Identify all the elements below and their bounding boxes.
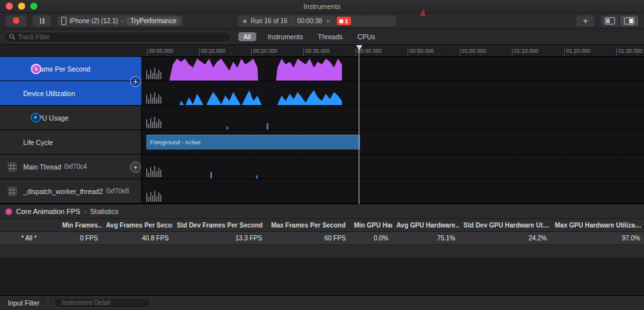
minimize-button[interactable] [18,3,25,10]
track-label: _dispatch_worker_thread2 [23,188,103,195]
filter-bar: All Instruments Threads CPUs [0,29,644,45]
column-header[interactable]: Std Dev GPU Hardware Ut… [459,219,551,231]
track-filter-field[interactable] [4,32,231,43]
column-header[interactable]: Max Frames Per Second [266,219,350,231]
track-lane-life-cycle[interactable]: Foreground - Active [142,130,644,154]
zoom-button[interactable] [30,3,37,10]
track-lane-dispatch-worker[interactable] [142,179,644,203]
device-target-selector[interactable]: iPhone (2) (12.1) › TryPerformance [57,15,184,27]
thread-grid-icon [8,162,17,171]
table-cell[interactable]: 60 FPS [266,231,350,244]
cpu-icon [31,113,41,122]
add-instrument-button[interactable]: + [576,15,595,27]
record-icon [13,17,19,24]
track-filter-input[interactable] [18,34,225,41]
ruler-label: 01:30.000 [618,48,643,54]
track-dispatch-worker-thread[interactable]: _dispatch_worker_thread2 0xf70e8 [0,179,142,203]
lifecycle-state-span[interactable]: Foreground - Active [146,135,360,150]
pause-button[interactable] [32,15,52,27]
layout-toggle-group [600,15,639,27]
table-cell[interactable]: 75.1% [392,231,459,244]
annotation-4: 4 [420,8,425,19]
track-lane-cpu-usage[interactable] [142,106,644,130]
instrument-detail-filter-field[interactable] [54,298,151,308]
column-header[interactable]: Max GPU Hardware Utiliza… [551,219,644,231]
run-label: Run 16 of 16 [251,17,287,24]
target-app-name[interactable]: TryPerformance [126,17,180,25]
track-area: Frame Per Second Device Utilization [0,57,644,204]
run-preview-chart [146,63,162,79]
iphone-icon [61,17,66,25]
ruler-label: 01:10.000 [514,48,538,54]
column-header[interactable]: Avg Frames Per Second [102,219,173,231]
dispatch-worker-spike-chart [165,182,342,203]
track-main-thread[interactable]: Main Thread 0xf70c4 [0,155,142,179]
track-label: Device Utilization [23,90,75,97]
breadcrumb-instrument[interactable]: Core Animation FPS [16,208,80,215]
table-row[interactable]: * All *0 FPS40.8 FPS13.3 FPS60 FPS0.0%75… [0,231,644,244]
utilization-area-chart [165,83,342,105]
column-header[interactable]: Avg GPU Hardware…^ [392,219,459,231]
table-cell[interactable]: * All * [0,231,58,244]
input-filter-tab[interactable]: Input Filter [0,296,48,310]
previous-run-button[interactable]: ◀ [242,18,246,24]
plus-icon: + [583,17,588,25]
instrument-detail-input[interactable] [62,299,147,306]
search-icon [9,34,15,40]
breadcrumb-page[interactable]: Statistics [90,208,118,215]
track-cpu-usage[interactable]: CPU Usage [0,106,142,130]
run-time: 00:00:38 [297,17,322,24]
track-frame-per-second[interactable]: Frame Per Second [0,57,142,81]
issues-badge[interactable]: 1 [337,17,351,25]
window-title: Instruments [303,3,340,10]
detail-table-empty-area [0,245,644,295]
instruments-window: Instruments 4 iPhone (2) (12.1) › TryPer… [0,0,644,310]
toggle-right-pane-button[interactable] [620,15,639,27]
track-row: _dispatch_worker_thread2 0xf70e8 [0,179,644,204]
track-lane-main-thread[interactable] [142,155,644,179]
next-run-button[interactable]: ▶ [327,18,330,24]
detail-breadcrumb-bar: Core Animation FPS › Statistics [0,204,644,219]
toolbar-right-group: + [576,15,639,27]
table-cell[interactable]: 97.0% [551,231,644,244]
cpu-usage-spike-chart [165,109,342,130]
close-button[interactable] [6,3,13,10]
column-header[interactable]: Min GPU Hard… [350,219,392,231]
chevron-right-icon: › [84,208,86,215]
column-header[interactable] [0,219,58,231]
expand-fps-track-button[interactable]: + [130,76,141,87]
traffic-lights [6,3,37,10]
right-pane-icon [624,17,634,24]
scope-instruments[interactable]: Instruments [265,32,307,41]
statistics-table: Min Frames…Avg Frames Per SecondStd Dev … [0,219,644,245]
table-cell[interactable]: 40.8 FPS [102,231,173,244]
table-cell[interactable]: 0.0% [350,231,392,244]
divider [292,17,292,25]
track-lane-device-utilization[interactable] [142,81,644,105]
scope-cpus[interactable]: CPUs [354,32,378,41]
run-preview-chart [146,186,162,202]
track-lane-fps[interactable] [142,57,644,81]
table-cell[interactable]: 13.3 FPS [173,231,266,244]
titlebar: Instruments [0,0,644,13]
timeline: 00:00.00000:10.00000:20.00000:30.00000:4… [0,45,644,204]
track-device-utilization[interactable]: Device Utilization [0,81,142,105]
column-header[interactable]: Std Dev Frames Per Second [173,219,266,231]
table-cell[interactable]: 0 FPS [58,231,102,244]
expand-main-thread-button[interactable]: + [130,162,141,173]
track-row: Life Cycle Foreground - Active [0,130,644,155]
column-header[interactable]: Min Frames… [58,219,102,231]
playhead-handle-icon[interactable] [356,45,363,50]
run-navigator: ◀ Run 16 of 16 00:00:38 ▶ 1 [237,15,397,27]
time-ruler[interactable]: 00:00.00000:10.00000:20.00000:30.00000:4… [0,45,644,57]
table-cell[interactable]: 24.2% [459,231,551,244]
toggle-bottom-pane-button[interactable] [600,15,620,27]
record-button[interactable] [5,15,27,27]
playhead[interactable] [359,45,359,204]
ruler-label: 00:10.000 [201,48,225,54]
scope-threads[interactable]: Threads [315,32,346,41]
scope-all[interactable]: All [238,32,256,41]
main-thread-spike-chart [165,158,342,179]
track-row: CPU Usage [0,106,644,130]
track-life-cycle[interactable]: Life Cycle [0,130,142,154]
